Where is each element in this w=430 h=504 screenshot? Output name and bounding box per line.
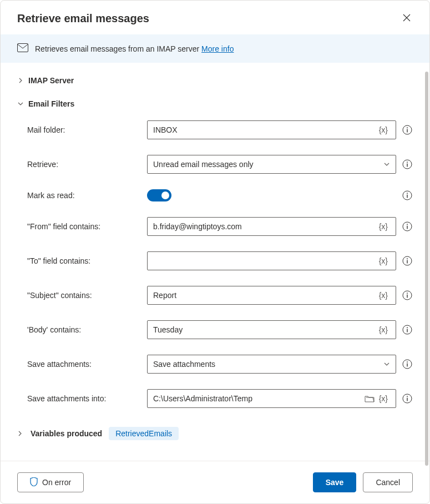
row-to: "To" field contains: {x} — [17, 244, 413, 278]
info-icon[interactable] — [402, 393, 413, 404]
label-subject: "Subject" contains: — [17, 291, 138, 300]
svg-rect-3 — [407, 129, 407, 133]
info-icon[interactable] — [402, 359, 413, 370]
svg-rect-18 — [407, 295, 407, 298]
save-into-input[interactable] — [153, 390, 362, 407]
label-body: 'Body' contains: — [17, 325, 138, 334]
svg-point-17 — [407, 293, 408, 294]
row-save-into: Save attachments into: {x} — [17, 381, 413, 416]
svg-rect-24 — [407, 364, 407, 367]
variable-token-button[interactable]: {x} — [377, 325, 390, 334]
mail-folder-input[interactable] — [153, 121, 377, 139]
from-input-wrapper: {x} — [147, 217, 396, 236]
mark-as-read-toggle[interactable] — [147, 189, 171, 201]
variable-token-button[interactable]: {x} — [377, 256, 390, 265]
variable-token-button[interactable]: {x} — [377, 394, 390, 403]
svg-rect-0 — [18, 44, 28, 52]
svg-point-23 — [407, 361, 408, 362]
dialog-body: IMAP Server Email Filters Mail folder: {… — [1, 63, 429, 461]
row-retrieve: Retrieve: Unread email messages only — [17, 147, 413, 182]
save-into-input-wrapper: {x} — [147, 389, 396, 408]
svg-point-26 — [407, 396, 408, 397]
svg-point-5 — [407, 162, 408, 163]
info-icon[interactable] — [402, 190, 413, 201]
label-mail-folder: Mail folder: — [17, 125, 138, 134]
row-body: 'Body' contains: {x} — [17, 313, 413, 347]
from-input[interactable] — [153, 218, 377, 235]
retrieve-email-dialog: Retrieve email messages Retrieves email … — [0, 0, 430, 504]
row-save-attachments: Save attachments: Save attachments — [17, 347, 413, 381]
section-header-filters[interactable]: Email Filters — [17, 95, 413, 113]
svg-rect-9 — [407, 195, 407, 198]
variable-token-button[interactable]: {x} — [377, 222, 390, 231]
svg-rect-21 — [407, 329, 407, 332]
shield-icon — [30, 477, 38, 488]
subject-input-wrapper: {x} — [147, 286, 396, 305]
body-input-wrapper: {x} — [147, 320, 396, 339]
chevron-down-icon — [17, 101, 24, 107]
section-variables-produced[interactable]: Variables produced RetrievedEmails — [17, 421, 413, 446]
row-from: "From" field contains: {x} — [17, 209, 413, 244]
retrieve-value: Unread email messages only — [153, 160, 383, 169]
variable-token-button[interactable]: {x} — [377, 125, 390, 134]
chevron-down-icon — [383, 361, 390, 367]
dialog-title: Retrieve email messages — [17, 12, 149, 25]
svg-point-2 — [407, 127, 408, 128]
close-icon — [403, 14, 411, 23]
chevron-down-icon — [383, 161, 390, 168]
label-save-attachments: Save attachments: — [17, 360, 138, 369]
toggle-knob — [161, 191, 169, 199]
variable-chip[interactable]: RetrievedEmails — [109, 427, 179, 440]
info-icon[interactable] — [402, 290, 413, 301]
retrieve-select[interactable]: Unread email messages only — [147, 155, 396, 174]
section-title: Variables produced — [31, 429, 102, 438]
label-retrieve: Retrieve: — [17, 160, 138, 169]
variable-token-button[interactable]: {x} — [377, 291, 390, 300]
label-mark-as-read: Mark as read: — [17, 191, 138, 200]
svg-rect-27 — [407, 398, 407, 401]
cancel-button[interactable]: Cancel — [363, 472, 413, 492]
chevron-right-icon — [17, 431, 24, 436]
info-icon[interactable] — [402, 255, 413, 266]
more-info-link[interactable]: More info — [201, 44, 234, 53]
row-mail-folder: Mail folder: {x} — [17, 113, 413, 147]
section-imap-server: IMAP Server — [17, 72, 413, 89]
info-icon[interactable] — [402, 124, 413, 135]
section-email-filters: Email Filters Mail folder: {x} Retrieve:… — [17, 95, 413, 416]
section-title: IMAP Server — [28, 76, 74, 85]
to-input[interactable] — [153, 252, 377, 270]
browse-folder-button[interactable] — [362, 395, 377, 402]
svg-point-8 — [407, 193, 408, 194]
section-title: Email Filters — [28, 99, 74, 108]
label-from: "From" field contains: — [17, 222, 138, 231]
svg-rect-6 — [407, 164, 407, 167]
label-save-into: Save attachments into: — [17, 394, 138, 403]
on-error-button[interactable]: On error — [17, 472, 84, 492]
save-attachments-value: Save attachments — [153, 360, 383, 369]
info-icon[interactable] — [402, 221, 413, 232]
save-attachments-select[interactable]: Save attachments — [147, 355, 396, 374]
scrollbar[interactable] — [425, 72, 428, 466]
label-to: "To" field contains: — [17, 256, 138, 265]
mail-folder-input-wrapper: {x} — [147, 120, 396, 139]
row-subject: "Subject" contains: {x} — [17, 278, 413, 313]
banner-text: Retrieves email messages from an IMAP se… — [35, 44, 234, 53]
svg-point-11 — [407, 224, 408, 225]
info-banner: Retrieves email messages from an IMAP se… — [1, 34, 429, 63]
section-header-imap[interactable]: IMAP Server — [17, 72, 413, 89]
save-button[interactable]: Save — [313, 472, 357, 492]
subject-input[interactable] — [153, 286, 377, 304]
chevron-right-icon — [17, 78, 24, 83]
footer-right: Save Cancel — [313, 472, 413, 492]
svg-point-20 — [407, 327, 408, 328]
body-input[interactable] — [153, 321, 377, 339]
row-mark-as-read: Mark as read: — [17, 182, 413, 209]
svg-point-14 — [407, 258, 408, 259]
dialog-header: Retrieve email messages — [1, 1, 429, 34]
info-icon[interactable] — [402, 159, 413, 170]
svg-rect-15 — [407, 260, 407, 264]
info-icon[interactable] — [402, 324, 413, 335]
to-input-wrapper: {x} — [147, 251, 396, 270]
on-error-label: On error — [42, 478, 71, 487]
close-button[interactable] — [401, 12, 413, 26]
